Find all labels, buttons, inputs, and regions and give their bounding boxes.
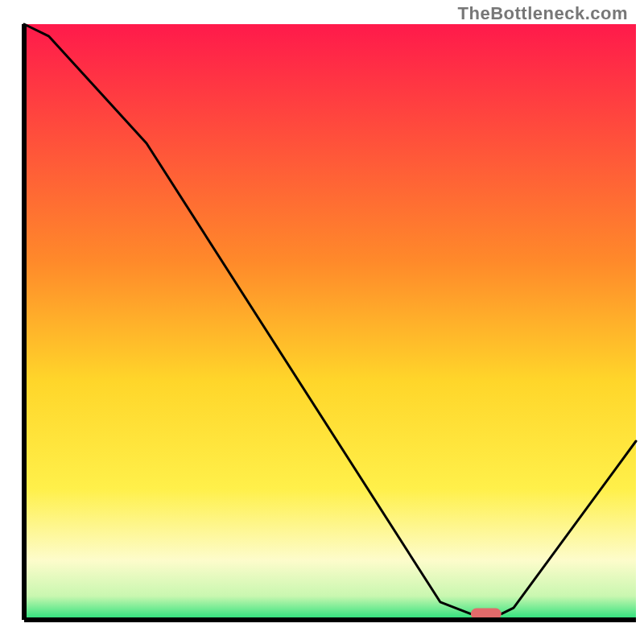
- chart-frame: TheBottleneck.com: [0, 0, 644, 644]
- plot-background: [24, 24, 636, 620]
- bottleneck-chart: [0, 0, 644, 644]
- watermark-text: TheBottleneck.com: [458, 3, 628, 24]
